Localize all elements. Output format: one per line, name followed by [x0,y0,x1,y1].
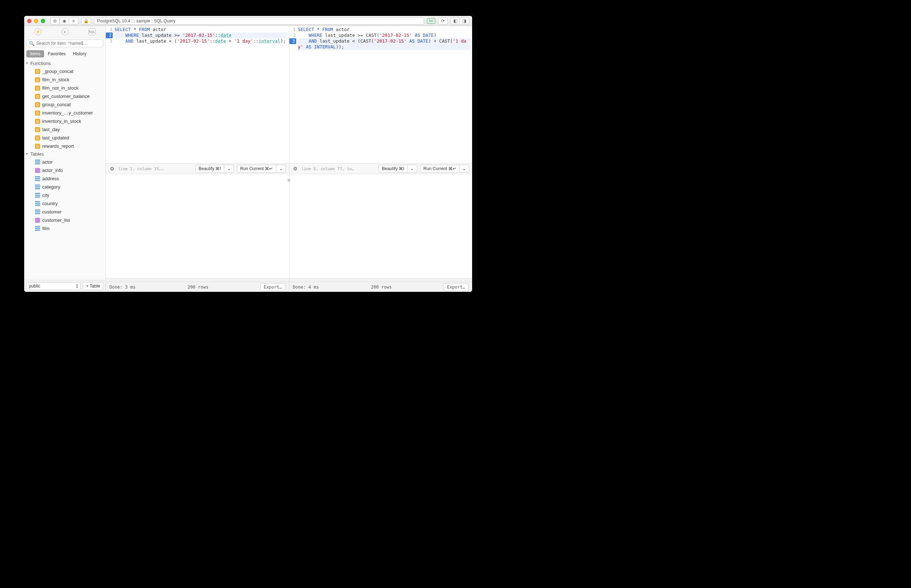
gear-icon[interactable]: ⚙ [109,165,115,172]
sidebar-item-table[interactable]: actor [24,158,105,166]
sidebar-item-label: group_concat [42,102,71,107]
sidebar-item-function[interactable]: {}last_day [24,125,105,134]
sidebar-item-function[interactable]: {}inventory_…y_customer [24,109,105,117]
sidebar-search[interactable]: 🔍 [26,39,103,47]
run-button-left[interactable]: Run Current ⌘↵ [237,165,276,173]
sidebar: ⚡ ≡ SQL 🔍 Items Favorites History Functi… [24,26,106,292]
sidebar-item-function[interactable]: {}_group_concat [24,67,105,76]
tab-favorites[interactable]: Favorites [44,50,69,57]
database-icon[interactable]: ≡ [61,28,69,36]
sidebar-item-table[interactable]: customer_list [24,216,105,224]
sidebar-item-label: inventory_…y_customer [42,110,93,116]
close-window-button[interactable] [27,19,31,23]
sidebar-item-function[interactable]: {}film_not_in_stock [24,84,105,92]
view-icon [35,218,40,223]
app-window: ⊘ ◉ ≡ 🔒 PostgreSQL 10.4 : : sample : SQL… [24,16,472,292]
sidebar-item-label: actor_info [42,168,63,173]
sql-icon[interactable]: SQL [89,28,96,36]
beautify-button-left[interactable]: Beautify ⌘I [195,165,225,173]
gear-icon[interactable]: ⚙ [292,165,299,172]
code-right[interactable]: SELECT * FROM actor WHERE last_update >=… [297,26,472,163]
sidebar-item-function[interactable]: {}get_customer_balance [24,92,105,100]
zoom-window-button[interactable] [41,19,45,23]
sidebar-item-function[interactable]: {}film_in_stock [24,76,105,84]
results-footer-left: Done: 3 ms 200 rows Export… [106,282,289,292]
window-title: PostgreSQL 10.4 : : sample : SQL Query [94,17,424,24]
minimize-window-button[interactable] [34,19,38,23]
export-button-right[interactable]: Export… [444,283,468,291]
beautify-button-right[interactable]: Beautify ⌘I [378,165,407,173]
sidebar-item-label: film_not_in_stock [42,85,78,90]
chevron-down-icon: ⌄ [462,166,466,171]
tab-items[interactable]: Items [26,50,44,57]
toggle-sidebar-button[interactable]: ◧ [451,17,460,24]
code-left[interactable]: SELECT * FROM actor WHERE last_update >=… [114,26,289,163]
pane-left: 1 2 3 SELECT * FROM actor WHERE last_upd… [106,26,289,292]
sidebar-item-label: city [42,192,50,198]
sidebar-item-label: inventory_in_stock [42,118,81,124]
chevron-down-icon: ⌄ [410,166,414,171]
editor-toolbar-left: ⚙ line 2, column 15,… Beautify ⌘I ⌄ Run … [106,163,289,174]
sidebar-item-table[interactable]: address [24,174,105,183]
gutter-right: 1 2 3 [289,26,297,163]
sidebar-item-label: actor [42,159,53,165]
function-icon: {} [35,94,40,99]
table-icon [35,176,40,181]
beautify-menu-right[interactable]: ⌄ [407,165,417,173]
table-icon [35,184,40,190]
sidebar-item-function[interactable]: {}last_updated [24,134,105,142]
group-tables[interactable]: Tables [24,150,105,158]
editor-right[interactable]: 1 2 3 SELECT * FROM actor WHERE last_upd… [289,26,472,163]
done-status-right: Done: 4 ms [293,284,319,290]
chevron-down-icon: ⌄ [279,166,283,171]
editor-left[interactable]: 1 2 3 SELECT * FROM actor WHERE last_upd… [106,26,289,163]
beautify-menu-left[interactable]: ⌄ [225,165,234,173]
search-input[interactable] [36,41,101,46]
split-handle[interactable] [288,179,291,182]
run-menu-left[interactable]: ⌄ [276,165,286,173]
function-icon: {} [35,102,40,107]
group-functions[interactable]: Functions [24,60,105,67]
function-icon: {} [35,136,40,141]
sidebar-item-function[interactable]: {}inventory_in_stock [24,117,105,125]
sidebar-tree[interactable]: Functions {}_group_concat{}film_in_stock… [24,60,105,280]
sidebar-item-table[interactable]: customer [24,208,105,216]
sidebar-item-function[interactable]: {}group_concat [24,100,105,109]
toggle-panel-button[interactable]: ◨ [460,17,469,24]
sidebar-item-label: last_day [42,127,60,132]
list-button[interactable]: ≡ [69,17,78,24]
sidebar-item-label: get_customer_balance [42,94,90,99]
sidebar-item-label: address [42,176,59,181]
nav-back-button[interactable]: ⊘ [50,17,60,24]
schema-select[interactable]: public ▴▾ [26,282,81,290]
table-icon [35,201,40,206]
run-button-right[interactable]: Run Current ⌘↵ [420,165,459,173]
hscrollbar-right[interactable] [289,278,472,282]
lock-button[interactable]: 🔒 [81,17,91,24]
export-button-left[interactable]: Export… [260,283,285,291]
sidebar-item-table[interactable]: film [24,224,105,233]
pane-right: 1 2 3 SELECT * FROM actor WHERE last_upd… [289,26,472,292]
run-menu-right[interactable]: ⌄ [459,165,469,173]
function-icon: {} [35,144,40,149]
preview-button[interactable]: ◉ [60,17,69,24]
sidebar-item-table[interactable]: country [24,199,105,208]
sidebar-item-label: film [42,226,50,231]
refresh-button[interactable]: ⟳ [438,17,447,24]
tab-history[interactable]: History [69,50,90,57]
sidebar-item-table[interactable]: city [24,191,105,199]
sidebar-item-table[interactable]: actor_info [24,166,105,174]
results-left[interactable] [106,174,289,278]
function-icon: {} [35,69,40,74]
table-icon [35,160,40,165]
sidebar-item-function[interactable]: {}rewards_report [24,142,105,150]
row-count-right: 200 rows [319,284,444,290]
results-right[interactable] [289,174,472,278]
chevron-updown-icon: ▴▾ [76,284,78,289]
cursor-status-left: line 2, column 15,… [118,166,164,171]
sidebar-item-label: category [42,184,60,190]
sidebar-item-table[interactable]: category [24,183,105,191]
hscrollbar-left[interactable] [106,278,289,282]
add-table-button[interactable]: +Table [83,282,103,290]
connection-icon[interactable]: ⚡ [34,28,42,36]
